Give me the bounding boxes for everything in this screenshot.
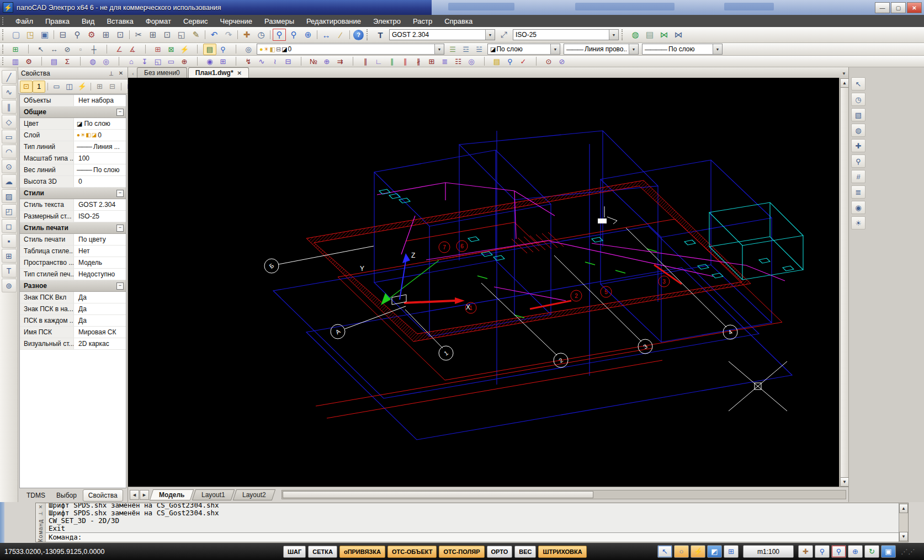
collapse-icon[interactable]: − [116,225,124,232]
collapse-icon[interactable]: − [116,109,124,116]
section-misc[interactable]: Разное − [20,280,126,292]
toggle-lineweight[interactable]: ВЕС [514,546,536,558]
el-building-icon[interactable]: ⌂ [125,56,138,67]
close-panel-icon[interactable]: ✕ [117,70,125,77]
menu-dimensions[interactable]: Размеры [258,15,300,27]
table-lightning-icon[interactable]: ⚡ [178,44,191,55]
color-combo[interactable]: ◪ По слою ▼ [487,44,560,55]
row-plottable[interactable]: Таблица стиле... Нет [20,246,126,257]
el-gear-ring-icon[interactable]: ◎ [465,56,478,67]
section-plotstyle[interactable]: Стиль печати − [20,222,126,234]
camera-view-icon[interactable]: ◉ [851,201,865,214]
menu-raster[interactable]: Растр [407,15,438,27]
corner-mode-icon[interactable]: ◩ [707,545,722,558]
grid-view-icon[interactable]: # [851,170,865,183]
tab-model[interactable]: Модель [150,489,194,500]
separator[interactable] [230,56,242,67]
dropdown-arrow-icon[interactable]: ▼ [713,44,722,54]
tab-tdms[interactable]: TDMS [22,490,50,501]
angle-icon[interactable]: ∠ [113,44,126,55]
row-plottype[interactable]: Тип стилей печ... Недоступно [20,269,126,280]
count-indicator-icon[interactable]: 1 [33,81,45,93]
row-ucs-vp[interactable]: ПСК в каждом ... Да [20,315,126,327]
layer-states-icon[interactable]: ☰ [446,44,459,55]
help-icon[interactable]: ? [353,30,364,40]
publish-icon[interactable]: ⊡ [113,28,128,41]
toggle-hatch[interactable]: ШТРИХОВКА [538,546,586,558]
pin-icon[interactable]: ⊣ [108,70,115,77]
scrollbar-thumb[interactable] [840,87,849,478]
separator[interactable] [88,81,93,93]
row-textstyle[interactable]: Стиль текста GOST 2.304 [20,199,126,211]
distance-icon[interactable]: ↔ [47,44,61,55]
tab-layout1[interactable]: Layout1 [192,489,235,500]
print-settings-icon[interactable]: ⚙ [84,28,99,41]
find-icon[interactable]: ⚲ [216,44,230,55]
el-trace-list-icon[interactable]: ≣ [438,56,452,67]
toggle-grid[interactable]: СЕТКА [308,546,337,558]
selection-window-icon[interactable]: ▫ [74,44,87,55]
el-socket-icon[interactable]: ↯ [242,56,255,67]
layer-combo[interactable]: ● ☀ ◧ ⊟ ◪ 0 ▼ [257,44,444,55]
zoom-dynamic-icon[interactable]: ⚲ [286,28,301,41]
zoom-extents-icon[interactable]: ⊕ [301,28,315,41]
maximize-button[interactable]: ▢ [891,2,906,13]
el-cable-journal-icon[interactable]: ☷ [452,56,465,67]
dim-style-icon[interactable]: ⤢ [497,28,511,41]
scroll-up-icon[interactable]: ▲ [899,504,908,513]
double-line-tool-icon[interactable]: ∥ [2,100,17,114]
layer-match-icon[interactable]: ☱ [472,44,486,55]
el-probe-icon[interactable]: ⊕ [320,56,333,67]
resize-grip[interactable]: ⋰⋰ [901,548,915,556]
ucs-grid-icon[interactable]: ⊞ [724,545,739,558]
el-trace-cross-icon[interactable]: ∦ [412,56,425,67]
scrollbar-thumb[interactable] [283,491,594,498]
row-ucs-origin[interactable]: Знак ПСК в на... Да [20,303,126,315]
el-spec-icon[interactable]: ▤ [47,56,61,67]
separator[interactable] [45,81,50,93]
doc-tab-untitled[interactable]: Без имени0 [137,67,187,78]
dropdown-arrow-icon[interactable]: ▼ [629,44,638,54]
toggle-otrack-polar[interactable]: ОТС-ПОЛЯР [439,546,484,558]
el-number-icon[interactable]: № [307,56,320,67]
sphere-view-icon[interactable]: ◍ [851,124,865,137]
separator[interactable] [113,56,125,67]
el-trace-add-icon[interactable]: ∥ [385,56,399,67]
copy-props-icon[interactable]: ⊞ [93,81,106,93]
el-shield-icon[interactable]: ⊟ [282,56,295,67]
el-table-icon[interactable]: ⊞ [216,56,230,67]
menu-insert[interactable]: Вставка [100,15,139,27]
no-lightning-icon[interactable]: ⚡ [691,545,705,558]
highlight-new-icon[interactable]: ⊡ [20,81,33,93]
db-open-icon[interactable]: ◍ [628,28,642,41]
db-unlink-icon[interactable]: ⋈ [671,28,686,41]
separator[interactable] [236,29,240,41]
row-height3d[interactable]: Высота 3D 0 [20,176,126,188]
close-button[interactable]: ✕ [907,2,922,13]
vertical-scrollbar[interactable]: ▲ ▼ [839,78,848,487]
el-no-trace-icon[interactable]: ⊘ [555,56,569,67]
viewport-icon[interactable]: ▣ [881,545,896,558]
el-trace-corner-icon[interactable]: ∟ [372,56,385,67]
dim-style-combo[interactable]: ISO-25 ▼ [513,29,619,40]
command-prompt[interactable]: Команда: [46,532,899,542]
row-objects[interactable]: Объекты Нет набора [20,95,126,106]
snap-center-icon[interactable]: ┼ [87,44,100,55]
new-file-icon[interactable]: ▢ [9,28,23,41]
cut-icon[interactable]: ✂ [131,28,146,41]
row-visual-style[interactable]: Визуальный ст... 2D каркас [20,338,126,350]
scale-display[interactable]: m1:100 [743,545,794,558]
format-brush-icon[interactable]: ✎ [189,28,203,41]
tab-scroll-left[interactable]: ‹ [129,70,137,78]
bulb-icon[interactable]: ○ [674,545,689,558]
el-settings-icon[interactable]: ⚙ [22,56,35,67]
scroll-up-icon[interactable]: ▲ [840,78,849,88]
limits-icon[interactable]: ↔ [319,28,333,41]
tab-list-arrow-icon[interactable]: ▼ [840,70,848,78]
scroll-down-icon[interactable]: ▼ [899,532,908,541]
el-trace-copy-icon[interactable]: ⊞ [425,56,438,67]
el-db-export-icon[interactable]: ◎ [99,56,113,67]
el-report-icon[interactable]: ▤ [490,56,503,67]
row-linetype[interactable]: Тип линий Линия ... [20,141,126,153]
separator[interactable] [22,44,34,55]
